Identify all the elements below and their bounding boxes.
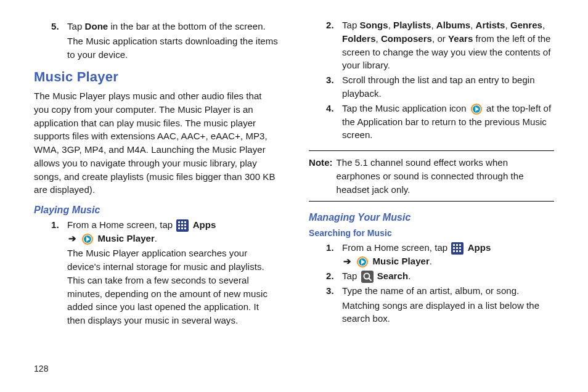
step-number: 4. bbox=[326, 102, 342, 142]
bold-composers: Composers bbox=[381, 33, 432, 44]
svg-rect-6 bbox=[184, 224, 186, 226]
text: Tap bbox=[342, 20, 360, 30]
text: Tap bbox=[342, 271, 360, 281]
apps-icon bbox=[176, 219, 189, 232]
step-5: 5. Tap Done in the bar at the bottom of … bbox=[51, 20, 279, 33]
text: , bbox=[388, 20, 393, 30]
svg-rect-27 bbox=[459, 250, 461, 252]
bold-playlists: Playlists bbox=[393, 20, 431, 30]
section-title-music-player: Music Player bbox=[34, 67, 279, 87]
music-player-icon bbox=[81, 233, 94, 245]
bold-songs: Songs bbox=[360, 20, 388, 30]
svg-rect-9 bbox=[184, 227, 186, 229]
svg-rect-25 bbox=[453, 250, 455, 252]
svg-rect-20 bbox=[456, 244, 458, 246]
search-step-3: 3. Type the name of an artist, album, or… bbox=[326, 284, 554, 298]
text: , bbox=[470, 20, 475, 30]
step-text: From a Home screen, tap Apps ➔ Music Pla… bbox=[342, 241, 554, 268]
step-text: Scroll through the list and tap an entry… bbox=[342, 73, 554, 100]
subheading-searching: Searching for Music bbox=[309, 227, 554, 239]
svg-rect-24 bbox=[459, 247, 461, 249]
text: , bbox=[376, 33, 381, 44]
search-step-1: 1. From a Home screen, tap Apps ➔ Music … bbox=[326, 241, 554, 268]
playing-step-2: 2. Tap Songs, Playlists, Albums, Artists… bbox=[326, 18, 554, 72]
text: Tap the Music application icon bbox=[342, 103, 469, 113]
svg-rect-8 bbox=[181, 227, 183, 229]
text: From a Home screen, tap bbox=[342, 242, 450, 253]
note-label: Note: bbox=[309, 156, 333, 196]
playing-step-1: 1. From a Home screen, tap Apps ➔ Music … bbox=[51, 218, 279, 245]
text: , or bbox=[432, 33, 448, 44]
step-text: Type the name of an artist, album, or so… bbox=[342, 284, 554, 298]
text: . bbox=[408, 271, 410, 281]
svg-rect-4 bbox=[178, 224, 180, 226]
svg-rect-2 bbox=[181, 221, 183, 223]
arrow-icon: ➔ bbox=[67, 233, 78, 243]
search-icon bbox=[361, 271, 374, 283]
step-number: 2. bbox=[326, 18, 342, 72]
text: , bbox=[505, 20, 510, 30]
playing-step-4: 4. Tap the Music application icon at the… bbox=[326, 102, 554, 142]
two-column-layout: 5. Tap Done in the bar at the bottom of … bbox=[34, 18, 554, 351]
text: From a Home screen, tap bbox=[67, 219, 175, 230]
bold-done: Done bbox=[85, 21, 108, 31]
step-text: Tap Done in the bar at the bottom of the… bbox=[67, 20, 279, 33]
bold-genres: Genres bbox=[510, 20, 542, 30]
step-number: 2. bbox=[326, 269, 342, 283]
bold-apps: Apps bbox=[193, 219, 216, 230]
search-step-3-follow: Matching songs are displayed in a list b… bbox=[342, 299, 554, 326]
svg-rect-22 bbox=[453, 247, 455, 249]
svg-rect-32 bbox=[361, 271, 374, 283]
playing-step-1-follow: The Music Player application searches yo… bbox=[67, 247, 279, 327]
apps-icon bbox=[451, 242, 463, 255]
text: , bbox=[542, 20, 545, 30]
bold-artists: Artists bbox=[476, 20, 505, 30]
music-player-icon bbox=[356, 256, 369, 268]
bold-music-player: Music Player bbox=[98, 233, 155, 243]
svg-rect-5 bbox=[181, 224, 183, 226]
svg-rect-23 bbox=[456, 247, 458, 249]
text: . bbox=[430, 256, 432, 266]
subsection-playing-music: Playing Music bbox=[34, 203, 279, 217]
playing-step-3: 3. Scroll through the list and tap an en… bbox=[326, 73, 554, 100]
svg-rect-3 bbox=[184, 221, 186, 223]
text: , bbox=[431, 20, 436, 30]
subsection-managing-music: Managing Your Music bbox=[309, 210, 554, 224]
step-number: 1. bbox=[51, 218, 67, 245]
svg-rect-19 bbox=[453, 244, 455, 246]
text: . bbox=[155, 233, 157, 243]
svg-rect-1 bbox=[178, 221, 180, 223]
arrow-icon: ➔ bbox=[342, 256, 353, 266]
note-text: The 5.1 channel sound effect works when … bbox=[335, 156, 554, 196]
search-step-2: 2. Tap Search. bbox=[326, 269, 554, 283]
step-number: 5. bbox=[51, 20, 67, 33]
page: 5. Tap Done in the bar at the bottom of … bbox=[0, 0, 588, 392]
text: in the bar at the bottom of the screen. bbox=[108, 21, 265, 31]
svg-rect-21 bbox=[459, 244, 461, 246]
bold-folders: Folders bbox=[342, 33, 376, 44]
step-text: Tap Songs, Playlists, Albums, Artists, G… bbox=[342, 18, 554, 72]
step-number: 3. bbox=[326, 284, 342, 298]
step-number: 3. bbox=[326, 73, 342, 100]
step-number: 1. bbox=[326, 241, 342, 268]
music-player-icon bbox=[470, 103, 483, 115]
bold-years: Years bbox=[448, 33, 473, 44]
section-description: The Music Player plays music and other a… bbox=[34, 89, 279, 197]
text: Tap bbox=[67, 21, 85, 31]
bold-search: Search bbox=[377, 271, 408, 281]
bold-albums: Albums bbox=[436, 20, 470, 30]
bold-music-player: Music Player bbox=[373, 256, 430, 266]
step-text: Tap the Music application icon at the to… bbox=[342, 102, 554, 142]
page-number: 128 bbox=[34, 362, 49, 375]
svg-rect-26 bbox=[456, 250, 458, 252]
step-5-follow: The Music application starts downloading… bbox=[67, 35, 279, 62]
step-text: Tap Search. bbox=[342, 269, 554, 283]
svg-rect-7 bbox=[178, 227, 180, 229]
step-text: From a Home screen, tap Apps ➔ Music Pla… bbox=[67, 218, 279, 245]
note-block: Note: The 5.1 channel sound effect works… bbox=[309, 150, 554, 202]
bold-apps: Apps bbox=[468, 242, 491, 253]
